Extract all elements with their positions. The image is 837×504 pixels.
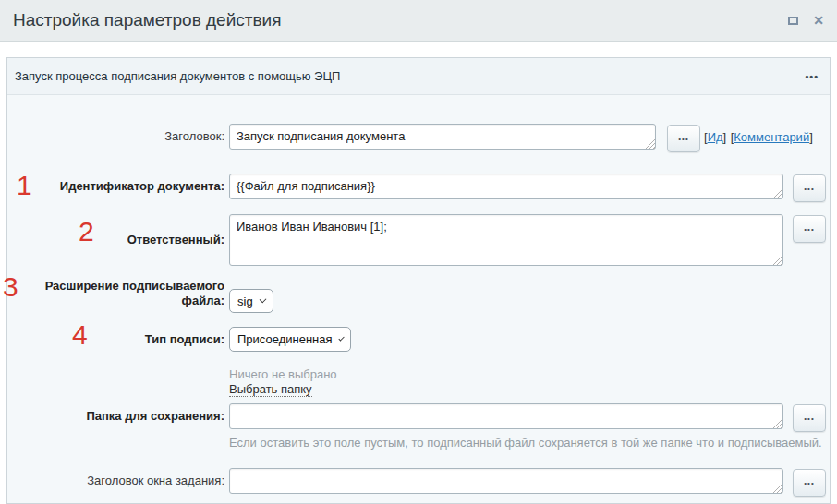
action-settings-panel: Запуск процесса подписания документов с … (6, 57, 831, 504)
folder-more-button[interactable]: ••• (793, 404, 826, 432)
panel-header: Запуск процесса подписания документов с … (7, 58, 830, 95)
extension-selected-value: sig (237, 294, 253, 308)
maximize-icon[interactable] (782, 0, 804, 41)
title-more-button[interactable]: ••• (667, 125, 700, 152)
ellipsis-menu-icon[interactable]: ••• (805, 58, 819, 95)
id-link[interactable]: Ид (708, 130, 723, 144)
folder-nothing-selected-text: Ничего не выбрано (229, 367, 337, 381)
responsible-input[interactable]: Иванов Иван Иванович [1]; (229, 214, 783, 266)
folder-hint-text: Если оставить это поле пустым, то подпис… (229, 436, 822, 450)
comment-link[interactable]: Комментарий (734, 130, 809, 144)
window-title: Настройка параметров действия (13, 0, 281, 41)
sign-type-select[interactable]: Присоединенная (229, 327, 351, 352)
bracket: ] (723, 130, 727, 144)
title-input[interactable]: Запуск подписания документа (229, 124, 656, 150)
panel-title: Запуск процесса подписания документов с … (15, 58, 340, 95)
window-titlebar: Настройка параметров действия ✕ (0, 0, 837, 42)
chevron-down-icon (259, 296, 266, 304)
folder-input[interactable] (229, 403, 783, 429)
title-label: Заголовок: (7, 124, 224, 150)
task-title-label: Заголовок окна задания: (7, 468, 224, 494)
doc-id-label: Идентификатор документа: (7, 174, 224, 199)
task-title-input[interactable] (229, 468, 783, 494)
close-icon[interactable]: ✕ (807, 0, 830, 41)
doc-id-more-button[interactable]: ••• (793, 174, 826, 202)
extension-select[interactable]: sig (229, 289, 273, 313)
responsible-label: Ответственный: (7, 214, 224, 266)
extension-label: Расширение подписываемого файла: (7, 279, 224, 308)
choose-folder-link[interactable]: Выбрать папку (229, 382, 312, 397)
maximize-square-glyph (788, 17, 798, 25)
doc-id-input[interactable]: {{Файл для подписания}} (229, 174, 783, 199)
responsible-more-button[interactable]: ••• (793, 215, 826, 243)
sign-type-label: Тип подписи: (7, 327, 224, 352)
bracket: ] (809, 130, 813, 144)
task-title-more-button[interactable]: ••• (793, 469, 826, 497)
sign-type-selected-value: Присоединенная (237, 332, 333, 346)
chevron-down-icon (338, 335, 345, 342)
title-links: [Ид] [Комментарий] (704, 124, 813, 150)
folder-label: Папка для сохранения: (7, 403, 224, 429)
